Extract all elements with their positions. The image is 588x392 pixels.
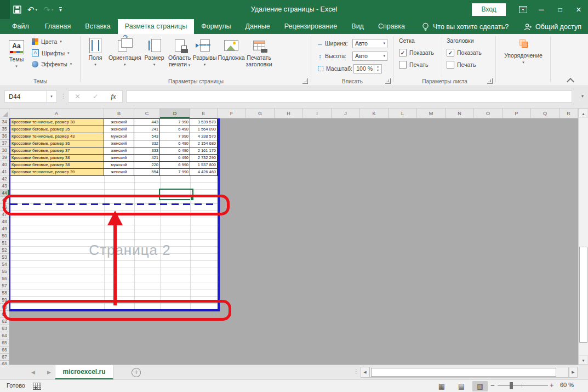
sheet-tab-active[interactable]: microexcel.ru <box>55 365 113 379</box>
watermark-button[interactable]: Подложка <box>218 35 245 61</box>
select-all-corner[interactable] <box>0 109 9 118</box>
cell-name[interactable]: Кроссовки беговые, размер 35 <box>10 126 104 133</box>
print-titles-button[interactable]: Печататьзаголовки <box>246 35 272 67</box>
scroll-left-icon[interactable]: ◀ <box>361 367 369 378</box>
column-header-B[interactable]: B <box>104 109 134 118</box>
tab-insert[interactable]: Вставка <box>78 19 117 34</box>
tell-me-box[interactable]: Что вы хотите сделать? <box>422 19 509 34</box>
row-header-65[interactable]: 65 <box>0 339 9 346</box>
cell-price[interactable]: 6 490 <box>160 140 190 147</box>
zoom-out-button[interactable]: − <box>490 382 495 390</box>
row-header-55[interactable]: 55 <box>0 268 9 275</box>
row-header-34[interactable]: 34 <box>0 118 9 126</box>
cell-qty[interactable]: 554 <box>134 169 160 176</box>
cell-total[interactable]: 2 161 170 <box>190 147 218 155</box>
cell-gender[interactable]: мужской <box>104 162 134 169</box>
collapse-ribbon-button[interactable] <box>567 78 574 86</box>
cell-gender[interactable]: женский <box>104 147 134 155</box>
scroll-right-icon[interactable]: ▶ <box>569 367 578 378</box>
tab-view[interactable]: Вид <box>344 19 371 34</box>
spin-down-icon[interactable]: ▼ <box>374 69 381 73</box>
effects-button[interactable]: Эффекты ▾ <box>32 61 72 67</box>
cell-price[interactable]: 6 490 <box>160 147 190 155</box>
zoom-slider-track[interactable] <box>498 385 548 386</box>
horizontal-scrollbar-thumb[interactable] <box>371 368 556 377</box>
page-layout-view-button[interactable]: ▤ <box>454 381 469 391</box>
grid-show-checkbox[interactable]: ✓Показать <box>399 49 434 56</box>
name-box[interactable]: D44 ▾ <box>4 90 57 103</box>
cell-price[interactable]: 7 990 <box>160 133 190 140</box>
cell-price[interactable]: 7 990 <box>160 119 190 126</box>
row-header-63[interactable]: 63 <box>0 325 9 332</box>
column-header-F[interactable]: F <box>218 109 246 118</box>
close-button[interactable]: × <box>569 0 588 19</box>
zoom-level-label[interactable]: 60 % <box>560 382 574 388</box>
headings-print-checkbox[interactable]: Печать <box>447 61 482 69</box>
breaks-button[interactable]: Разрывы▾ <box>193 35 217 68</box>
column-header-L[interactable]: L <box>389 109 417 118</box>
cell-total[interactable]: 4 426 460 <box>190 169 218 176</box>
scale-to-fit-dialog-launcher[interactable] <box>385 78 391 84</box>
save-button[interactable] <box>13 5 21 14</box>
print-area-button[interactable]: Областьпечати ▾ <box>168 35 192 69</box>
insert-function-button[interactable]: fx <box>111 92 116 101</box>
fonts-button[interactable]: Шрифты ▾ <box>32 49 72 56</box>
colors-button[interactable]: Цвета ▾ <box>32 38 72 45</box>
horizontal-scrollbar[interactable] <box>369 367 569 378</box>
width-select[interactable]: Авто▾ <box>352 39 387 48</box>
themes-button[interactable]: Темы ▾ <box>4 37 28 70</box>
vertical-scrollbar-thumb[interactable] <box>579 247 587 343</box>
cell-price[interactable]: 6 490 <box>160 155 190 162</box>
sheet-nav-left-icon[interactable]: ◀ <box>31 365 35 379</box>
new-sheet-button[interactable]: + <box>132 368 141 377</box>
grid-print-checkbox[interactable]: Печать <box>399 61 434 69</box>
cell-total[interactable]: 1 564 090 <box>190 126 218 133</box>
cell-price[interactable]: 7 990 <box>160 169 190 176</box>
scroll-down-icon[interactable]: ▼ <box>579 355 588 365</box>
zoom-slider-thumb[interactable] <box>510 382 513 389</box>
formula-bar-expand-button[interactable]: ▾ <box>581 94 584 99</box>
cell-name[interactable]: Кроссовки теннисные, размер 43 <box>10 133 104 140</box>
cell-total[interactable]: 2 154 680 <box>190 140 218 147</box>
sheet-nav-right-icon[interactable]: ▶ <box>47 365 51 379</box>
row-header-58[interactable]: 58 <box>0 289 9 297</box>
cell-total[interactable]: 1 537 800 <box>190 162 218 169</box>
customize-qat-button[interactable]: ▾ <box>59 7 62 13</box>
row-header-37[interactable]: 37 <box>0 140 9 147</box>
zoom-in-button[interactable]: + <box>550 381 554 389</box>
column-header-P[interactable]: P <box>503 109 531 118</box>
row-header-50[interactable]: 50 <box>0 232 9 240</box>
sign-in-button[interactable]: Вход <box>472 3 506 16</box>
orientation-button[interactable]: Ориентация▾ <box>109 35 141 68</box>
row-header-40[interactable]: 40 <box>0 161 9 168</box>
cell-qty[interactable]: 443 <box>134 119 160 126</box>
column-header-O[interactable]: O <box>474 109 503 118</box>
column-header-Q[interactable]: Q <box>531 109 560 118</box>
column-header-N[interactable]: N <box>446 109 474 118</box>
column-header-I[interactable]: I <box>303 109 332 118</box>
cell-qty[interactable]: 543 <box>134 133 160 140</box>
cell-gender[interactable]: женский <box>104 140 134 147</box>
formula-input[interactable] <box>126 90 572 103</box>
column-header-M[interactable]: M <box>417 109 446 118</box>
cell-name[interactable]: Кроссовки беговые, размер 37 <box>10 147 104 155</box>
undo-button[interactable]: ↶▾ <box>27 5 37 15</box>
height-select[interactable]: Авто▾ <box>352 52 387 61</box>
tab-review[interactable]: Рецензирование <box>277 19 345 34</box>
cell-total[interactable]: 4 338 570 <box>190 133 218 140</box>
column-header-D[interactable]: D <box>160 109 190 118</box>
row-header-57[interactable]: 57 <box>0 282 9 289</box>
tab-help[interactable]: Справка <box>371 19 412 34</box>
scale-input[interactable]: 100 %▲▼ <box>353 64 382 73</box>
row-header-49[interactable]: 49 <box>0 225 9 232</box>
row-header-48[interactable]: 48 <box>0 218 9 225</box>
tab-home[interactable]: Главная <box>38 19 78 34</box>
row-header-56[interactable]: 56 <box>0 275 9 282</box>
column-header-R[interactable]: R <box>560 109 578 118</box>
tab-formulas[interactable]: Формулы <box>194 19 238 34</box>
row-header-35[interactable]: 35 <box>0 126 9 133</box>
cell-gender[interactable]: женский <box>104 119 134 126</box>
row-header-41[interactable]: 41 <box>0 168 9 175</box>
cell-total[interactable]: 2 732 290 <box>190 155 218 162</box>
redo-button[interactable]: ↷▾ <box>43 5 53 15</box>
